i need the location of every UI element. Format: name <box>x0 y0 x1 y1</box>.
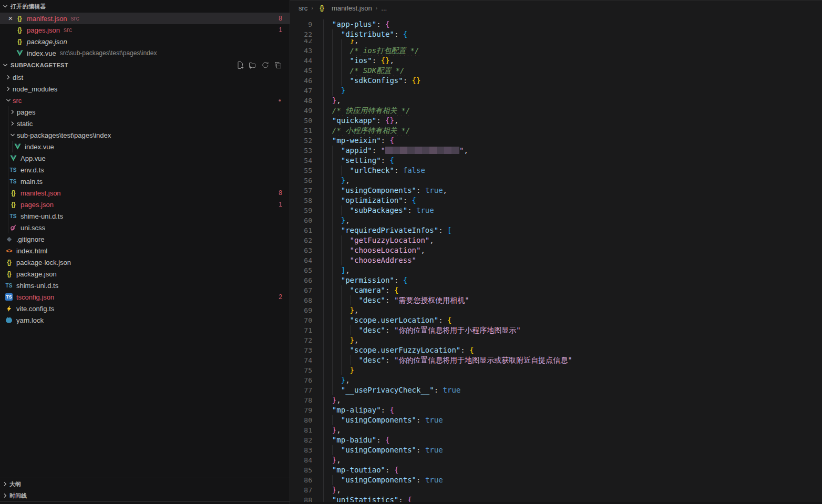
code-line-75[interactable]: 75} <box>290 365 822 375</box>
code-line-87[interactable]: 87}, <box>290 485 822 495</box>
tree-item-static[interactable]: static <box>0 118 290 129</box>
code-line-22[interactable]: 22"distribute": { <box>290 29 822 39</box>
code-line-53[interactable]: 53"appid": "", <box>290 146 822 156</box>
open-editor-package.json[interactable]: {}package.json <box>0 36 290 47</box>
code-line-43[interactable]: 43/* ios打包配置 */ <box>290 46 822 56</box>
code-line-66[interactable]: 66"permission": { <box>290 275 822 285</box>
code-line-56[interactable]: 56}, <box>290 176 822 186</box>
code-line-68[interactable]: 68"desc": "需要您授权使用相机" <box>290 295 822 305</box>
code-line-58[interactable]: 58"optimization": { <box>290 196 822 205</box>
code-line-46[interactable]: 46"sdkConfigs": {} <box>290 76 822 86</box>
token-k: "app-plus" <box>332 20 376 28</box>
tree-item-package.json[interactable]: {}package.json <box>0 268 290 280</box>
code-line-76[interactable]: 76}, <box>290 375 822 385</box>
token-b1: { <box>394 286 398 294</box>
code-line-60[interactable]: 60}, <box>290 215 822 225</box>
code-line-65[interactable]: 65], <box>290 265 822 275</box>
tree-item-package-lock.json[interactable]: {}package-lock.json <box>0 256 290 268</box>
code-area[interactable]: 9"app-plus": {22"distribute": {42},43/* … <box>290 15 822 504</box>
open-editor-index.vue[interactable]: index.vuesrc\sub-packages\test\pages\ind… <box>0 47 290 59</box>
code-line-42[interactable]: 42}, <box>290 39 822 46</box>
tree-item-.gitignore[interactable]: .gitignore <box>0 233 290 245</box>
code-line-72[interactable]: 72}, <box>290 335 822 345</box>
close-icon[interactable]: × <box>6 15 15 22</box>
code-line-83[interactable]: 83"usingComponents": true <box>290 445 822 455</box>
indent-guides <box>323 76 350 86</box>
tree-item-index.vue[interactable]: index.vue <box>0 141 290 152</box>
indent-guides <box>323 235 350 245</box>
refresh-icon[interactable] <box>261 61 270 69</box>
open-editors-header[interactable]: 打开的编辑器 <box>0 0 290 13</box>
tree-item-dist[interactable]: dist <box>0 71 290 83</box>
code-line-79[interactable]: 79"mp-alipay": { <box>290 405 822 415</box>
code-line-77[interactable]: 77"__usePrivacyCheck__": true <box>290 385 822 395</box>
new-file-icon[interactable] <box>236 61 244 69</box>
line-text: "appid": "", <box>312 146 468 156</box>
code-line-71[interactable]: 71"desc": "你的位置信息将用于小程序地图显示" <box>290 325 822 335</box>
token-p: , <box>336 396 341 404</box>
breadcrumb-item-src[interactable]: src <box>299 4 307 12</box>
collapse-all-icon[interactable] <box>274 61 282 69</box>
code-line-59[interactable]: 59"subPackages": true <box>290 205 822 215</box>
explorer-section-header[interactable]: SUBPACKAGETEST <box>0 59 290 71</box>
code-line-73[interactable]: 73"scope.userFuzzyLocation": { <box>290 345 822 355</box>
tree-item-vite.config.ts[interactable]: vite.config.ts <box>0 303 290 314</box>
tree-item-main.ts[interactable]: TSmain.ts <box>0 176 290 187</box>
tree-item-src[interactable]: src● <box>0 95 290 106</box>
tree-item-App.vue[interactable]: App.vue <box>0 152 290 164</box>
code-line-63[interactable]: 63"chooseLocation", <box>290 245 822 255</box>
open-editor-pages.json[interactable]: {}pages.jsonsrc1 <box>0 24 290 36</box>
code-line-47[interactable]: 47} <box>290 86 822 96</box>
code-line-78[interactable]: 78}, <box>290 395 822 405</box>
tree-item-yarn.lock[interactable]: yarn.lock <box>0 314 290 326</box>
breadcrumb-item-manifestjson[interactable]: {}manifest.json <box>317 4 372 12</box>
tree-item-shims-uni.d.ts[interactable]: TSshims-uni.d.ts <box>0 280 290 291</box>
code-line-67[interactable]: 67"camera": { <box>290 285 822 295</box>
code-line-86[interactable]: 86"usingComponents": true <box>290 475 822 485</box>
code-line-69[interactable]: 69}, <box>290 305 822 315</box>
code-line-inner: 84}, <box>290 455 822 465</box>
code-line-54[interactable]: 54"setting": { <box>290 156 822 166</box>
code-line-64[interactable]: 64"chooseAddress" <box>290 255 822 265</box>
open-editors-title: 打开的编辑器 <box>11 3 46 11</box>
tree-item-manifest.json[interactable]: {}manifest.json8 <box>0 187 290 199</box>
code-line-44[interactable]: 44"ios": {}, <box>290 56 822 66</box>
code-line-51[interactable]: 51/* 小程序特有相关 */ <box>290 126 822 136</box>
file-name: package-lock.json <box>16 259 71 266</box>
tree-item-index.html[interactable]: <>index.html <box>0 245 290 256</box>
code-line-80[interactable]: 80"usingComponents": true <box>290 415 822 425</box>
file-name: vite.config.ts <box>16 305 54 313</box>
code-line-45[interactable]: 45/* SDK配置 */ <box>290 66 822 76</box>
token-b3: } <box>341 176 345 184</box>
code-line-48[interactable]: 48}, <box>290 96 822 106</box>
code-line-57[interactable]: 57"usingComponents": true, <box>290 186 822 196</box>
tree-item-pages[interactable]: pages <box>0 106 290 118</box>
tree-item-env.d.ts[interactable]: TSenv.d.ts <box>0 164 290 176</box>
code-line-84[interactable]: 84}, <box>290 455 822 465</box>
indent-guides <box>323 66 350 76</box>
code-line-49[interactable]: 49/* 快应用特有相关 */ <box>290 106 822 116</box>
tree-item-tsconfig.json[interactable]: TStsconfig.json2 <box>0 291 290 303</box>
tree-item-shime-uni.d.ts[interactable]: TSshime-uni.d.ts <box>0 210 290 222</box>
code-line-70[interactable]: 70"scope.userLocation": { <box>290 315 822 325</box>
tree-item-uni.scss[interactable]: uni.scss <box>0 222 290 233</box>
new-folder-icon[interactable] <box>249 61 257 69</box>
tree-item-pages.json[interactable]: {}pages.json1 <box>0 199 290 210</box>
code-line-85[interactable]: 85"mp-toutiao": { <box>290 465 822 475</box>
code-line-62[interactable]: 62"getFuzzyLocation", <box>290 235 822 245</box>
code-line-81[interactable]: 81}, <box>290 425 822 435</box>
panel-header-大纲[interactable]: 大纲 <box>0 478 290 490</box>
tree-item-sub-packages-test-pages-index[interactable]: sub-packages\test\pages\index <box>0 129 290 141</box>
code-line-9[interactable]: 9"app-plus": { <box>290 19 822 29</box>
code-line-52[interactable]: 52"mp-weixin": { <box>290 136 822 146</box>
code-line-61[interactable]: 61"requiredPrivateInfos": [ <box>290 225 822 235</box>
breadcrumb-item-[interactable]: ... <box>381 4 387 12</box>
tree-item-node_modules[interactable]: node_modules <box>0 83 290 95</box>
open-editor-manifest.json[interactable]: ×{}manifest.jsonsrc8 <box>0 13 290 24</box>
code-line-55[interactable]: 55"urlCheck": false <box>290 166 822 176</box>
panel-header-时间线[interactable]: 时间线 <box>0 490 290 501</box>
code-line-82[interactable]: 82"mp-baidu": { <box>290 435 822 445</box>
code-line-74[interactable]: 74"desc": "你的位置信息将用于地图显示或获取附近自提点信息" <box>290 355 822 365</box>
code-line-50[interactable]: 50"quickapp": {}, <box>290 116 822 126</box>
token-b2: { <box>389 406 394 414</box>
